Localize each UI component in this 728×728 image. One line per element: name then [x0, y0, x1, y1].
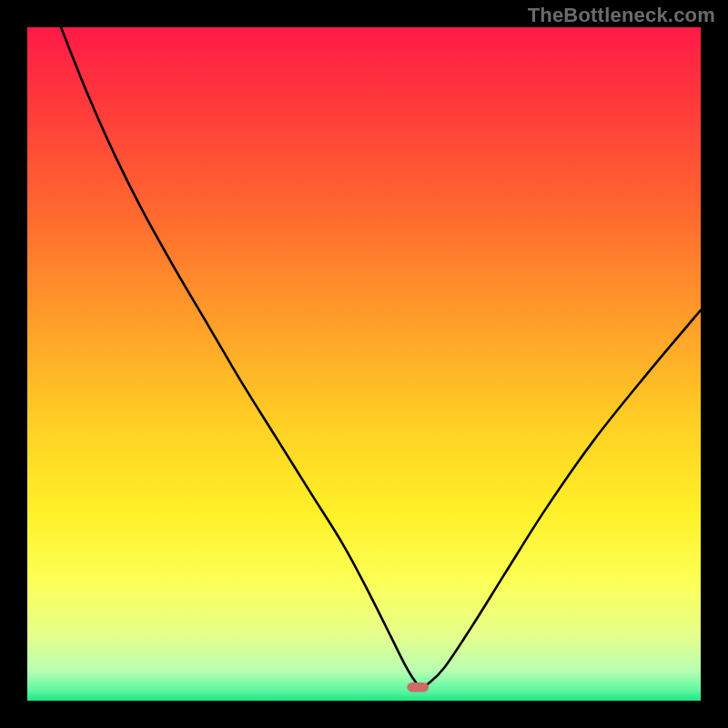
watermark-text: TheBottleneck.com: [528, 4, 715, 27]
plot-svg: [27, 27, 701, 701]
optimal-point-marker: [407, 682, 429, 692]
chart-frame: TheBottleneck.com: [0, 0, 728, 728]
plot-area: [27, 27, 701, 701]
gradient-background: [27, 27, 701, 701]
